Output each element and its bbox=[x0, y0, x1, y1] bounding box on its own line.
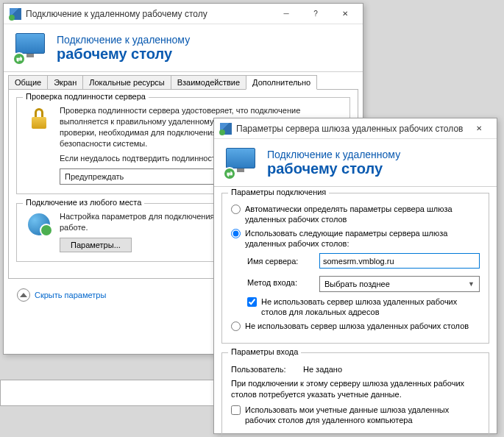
tab-general[interactable]: Общие bbox=[8, 75, 48, 90]
bypass-local-input[interactable] bbox=[247, 297, 257, 307]
server-name-input[interactable] bbox=[319, 253, 480, 269]
gateway-settings-button[interactable]: Параметры... bbox=[60, 238, 132, 252]
background-panel bbox=[0, 380, 218, 406]
user-value: Не задано bbox=[303, 365, 342, 374]
login-method-dropdown[interactable]: Выбрать позднее ▼ bbox=[319, 276, 480, 292]
radio-no-gateway-label: Не использовать сервер шлюза удаленных р… bbox=[245, 321, 469, 331]
header-line1: Подключение к удаленному bbox=[57, 34, 190, 46]
radio-auto-detect-label: Автоматически определять параметры серве… bbox=[245, 204, 480, 225]
server-name-label: Имя сервера: bbox=[247, 257, 313, 266]
connection-params-legend: Параметры подключения bbox=[228, 188, 329, 196]
main-header: ⇄ Подключение к удаленному рабочему стол… bbox=[4, 24, 363, 72]
login-method-value: Выбрать позднее bbox=[324, 280, 390, 288]
radio-use-settings-label: Использовать следующие параметры сервера… bbox=[245, 228, 480, 249]
globe-icon bbox=[26, 211, 52, 238]
share-credentials-checkbox[interactable]: Использовать мои учетные данные шлюза уд… bbox=[231, 405, 480, 426]
login-params-legend: Параметры входа bbox=[228, 347, 301, 356]
radio-no-gateway[interactable]: Не использовать сервер шлюза удаленных р… bbox=[231, 321, 480, 331]
tab-local-resources[interactable]: Локальные ресурсы bbox=[82, 75, 171, 90]
close-button[interactable]: ✕ bbox=[330, 5, 360, 23]
tab-advanced[interactable]: Дополнительно bbox=[246, 75, 317, 90]
server-auth-legend: Проверка подлинности сервера bbox=[23, 92, 149, 101]
share-credentials-input[interactable] bbox=[231, 405, 241, 415]
credentials-note: При подключении к этому серверу шлюза уд… bbox=[231, 378, 480, 400]
radio-auto-detect[interactable]: Автоматически определять параметры серве… bbox=[231, 204, 480, 225]
connect-anywhere-legend: Подключение из любого места bbox=[23, 198, 144, 207]
rdp-header-icon: ⇄ bbox=[15, 33, 48, 63]
auth-mode-dropdown[interactable]: Предупреждать ▼ bbox=[60, 168, 229, 185]
auth-mode-value: Предупреждать bbox=[65, 171, 124, 182]
sub-window-title: Параметры сервера шлюза удаленных рабочи… bbox=[236, 124, 464, 134]
radio-no-gateway-input[interactable] bbox=[231, 321, 241, 331]
help-button[interactable]: ? bbox=[301, 5, 330, 23]
rdp-app-icon bbox=[220, 123, 232, 135]
collapse-icon bbox=[17, 288, 30, 302]
bypass-local-label: Не использовать сервер шлюза удаленных р… bbox=[261, 296, 480, 318]
login-params-group: Параметры входа Пользователь: Не задано … bbox=[221, 352, 489, 437]
sub-header-line2: рабочему столу bbox=[267, 160, 400, 177]
minimize-button[interactable]: ─ bbox=[271, 5, 301, 23]
connection-params-group: Параметры подключения Автоматически опре… bbox=[221, 193, 489, 344]
tab-strip: Общие Экран Локальные ресурсы Взаимодейс… bbox=[4, 72, 363, 90]
share-credentials-label: Использовать мои учетные данные шлюза уд… bbox=[245, 405, 480, 426]
main-titlebar[interactable]: Подключение к удаленному рабочему столу … bbox=[4, 4, 363, 24]
bypass-local-checkbox[interactable]: Не использовать сервер шлюза удаленных р… bbox=[247, 296, 480, 318]
sub-header: ⇄ Подключение к удаленному рабочему стол… bbox=[214, 139, 497, 187]
chevron-down-icon: ▼ bbox=[468, 280, 475, 288]
gateway-settings-dialog: Параметры сервера шлюза удаленных рабочи… bbox=[213, 118, 497, 434]
sub-titlebar[interactable]: Параметры сервера шлюза удаленных рабочи… bbox=[214, 118, 497, 139]
radio-use-settings[interactable]: Использовать следующие параметры сервера… bbox=[231, 228, 480, 249]
hide-options-label: Скрыть параметры bbox=[35, 291, 106, 299]
rdp-header-icon: ⇄ bbox=[226, 148, 258, 177]
close-button[interactable]: ✕ bbox=[464, 120, 494, 138]
radio-auto-detect-input[interactable] bbox=[231, 205, 241, 214]
lock-icon bbox=[26, 105, 52, 132]
header-line2: рабочему столу bbox=[57, 46, 190, 63]
radio-use-settings-input[interactable] bbox=[231, 229, 241, 238]
main-window-title: Подключение к удаленному рабочему столу bbox=[26, 9, 271, 19]
tab-display[interactable]: Экран bbox=[47, 75, 83, 90]
rdp-app-icon bbox=[10, 8, 21, 20]
tab-experience[interactable]: Взаимодействие bbox=[171, 75, 246, 90]
login-method-label: Метод входа: bbox=[247, 278, 313, 287]
user-label: Пользователь: bbox=[231, 365, 297, 374]
sub-header-line1: Подключение к удаленному bbox=[267, 149, 400, 160]
